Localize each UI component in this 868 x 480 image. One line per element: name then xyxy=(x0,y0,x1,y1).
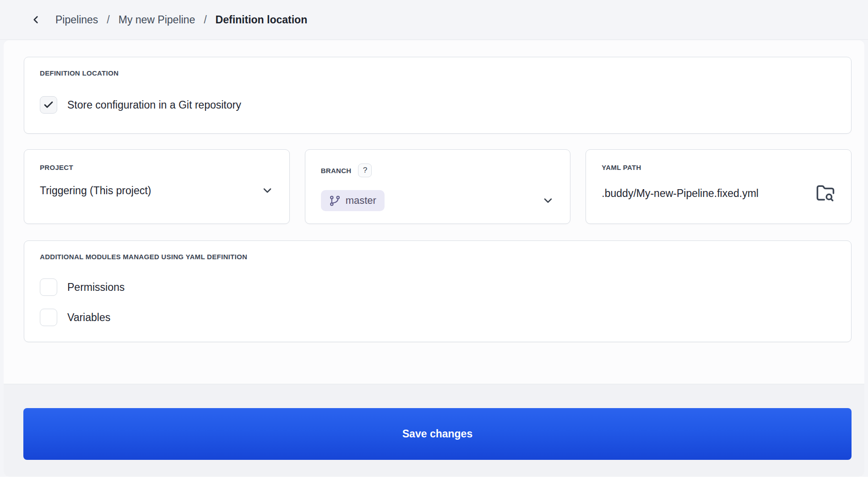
branch-badge: master xyxy=(321,190,385,211)
chevron-left-icon xyxy=(30,14,42,26)
back-button[interactable] xyxy=(29,13,43,27)
project-select-value: Triggering (This project) xyxy=(40,185,151,197)
git-branch-icon xyxy=(329,195,341,207)
save-changes-button[interactable]: Save changes xyxy=(23,408,852,460)
additional-modules-card: ADDITIONAL MODULES MANAGED USING YAML DE… xyxy=(24,240,852,342)
permissions-checkbox[interactable] xyxy=(40,278,57,296)
breadcrumb-item-my-new-pipeline[interactable]: My new Pipeline xyxy=(119,14,195,26)
additional-modules-label: ADDITIONAL MODULES MANAGED USING YAML DE… xyxy=(40,253,835,261)
store-config-row[interactable]: Store configuration in a Git repository xyxy=(40,96,835,114)
variables-checkbox[interactable] xyxy=(40,309,57,326)
variables-label: Variables xyxy=(67,311,110,324)
browse-yaml-button[interactable] xyxy=(815,183,835,203)
branch-label: BRANCH xyxy=(321,167,352,175)
yaml-path-label: YAML PATH xyxy=(602,164,835,171)
permissions-row[interactable]: Permissions xyxy=(40,278,835,296)
definition-location-card: DEFINITION LOCATION Store configuration … xyxy=(24,57,852,134)
main-panel: DEFINITION LOCATION Store configuration … xyxy=(4,40,864,477)
chevron-down-icon xyxy=(542,194,554,207)
permissions-label: Permissions xyxy=(67,281,125,294)
branch-select[interactable]: master xyxy=(321,190,555,211)
definition-location-label: DEFINITION LOCATION xyxy=(40,69,835,77)
branch-badge-value: master xyxy=(346,195,376,207)
breadcrumb-bar: Pipelines / My new Pipeline / Definition… xyxy=(0,0,868,40)
store-config-checkbox[interactable] xyxy=(40,96,57,114)
breadcrumb-item-pipelines[interactable]: Pipelines xyxy=(55,14,98,26)
project-card: PROJECT Triggering (This project) xyxy=(24,149,290,224)
check-icon xyxy=(43,99,54,110)
branch-help-button[interactable]: ? xyxy=(358,164,372,177)
definition-location-page: Pipelines / My new Pipeline / Definition… xyxy=(0,0,868,480)
bottom-strip xyxy=(0,477,868,480)
folder-search-icon xyxy=(816,184,835,203)
breadcrumb: Pipelines / My new Pipeline / Definition… xyxy=(55,14,307,26)
project-select[interactable]: Triggering (This project) xyxy=(40,184,274,197)
chevron-down-icon xyxy=(261,184,274,197)
breadcrumb-separator: / xyxy=(204,14,206,26)
yaml-path-card: YAML PATH .buddy/My-new-Pipeline.fixed.y… xyxy=(586,149,852,224)
variables-row[interactable]: Variables xyxy=(40,309,835,326)
branch-card: BRANCH ? xyxy=(305,149,571,224)
settings-content: DEFINITION LOCATION Store configuration … xyxy=(4,40,864,384)
project-label: PROJECT xyxy=(40,164,274,171)
settings-grid: PROJECT Triggering (This project) BRANCH… xyxy=(24,149,852,224)
yaml-path-value[interactable]: .buddy/My-new-Pipeline.fixed.yml xyxy=(602,187,759,200)
footer-bar: Save changes xyxy=(4,384,864,477)
breadcrumb-separator: / xyxy=(107,14,109,26)
breadcrumb-current-page: Definition location xyxy=(216,14,308,26)
store-config-label: Store configuration in a Git repository xyxy=(67,99,241,111)
